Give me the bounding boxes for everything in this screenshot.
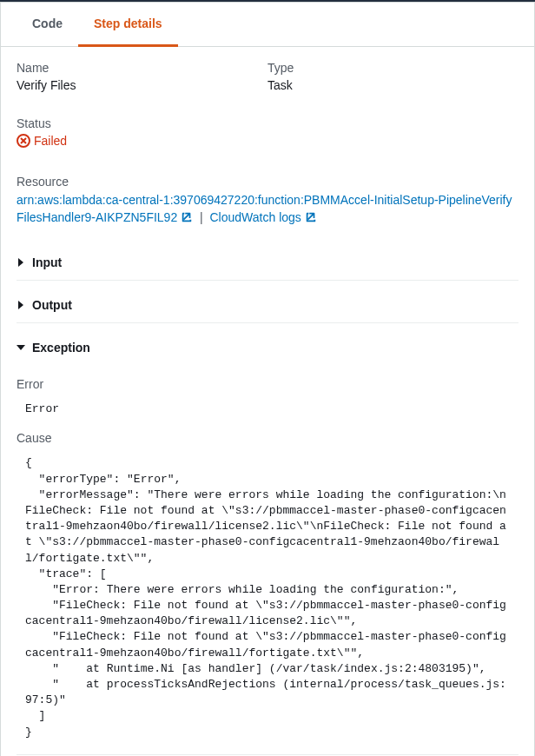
tab-bar: Code Step details [1,3,534,47]
status-text: Failed [34,134,67,148]
exception-expander-label: Exception [32,341,90,355]
error-value: Error [17,398,518,421]
type-label: Type [268,61,518,75]
input-expander[interactable]: Input [17,249,518,276]
error-label: Error [17,377,518,391]
caret-right-icon [17,301,25,309]
status-label: Status [17,116,518,130]
tab-step-details[interactable]: Step details [78,3,178,47]
input-expander-label: Input [32,255,62,269]
name-value: Verify Files [17,78,268,92]
cloudwatch-logs-link[interactable]: CloudWatch logs [210,210,317,224]
caret-right-icon [17,258,25,267]
cause-value: { "errorType": "Error", "errorMessage": … [17,452,518,743]
external-link-icon [181,211,193,229]
exception-expander[interactable]: Exception [17,334,518,361]
output-expander[interactable]: Output [17,291,518,319]
output-expander-label: Output [32,298,72,312]
name-label: Name [17,61,268,75]
tab-code[interactable]: Code [17,3,78,46]
caret-down-icon [17,343,25,352]
status-value: Failed [17,134,67,148]
error-icon [17,134,30,148]
resource-label: Resource [17,175,518,189]
cause-label: Cause [17,431,518,445]
type-value: Task [268,78,518,92]
external-link-icon [305,211,317,229]
